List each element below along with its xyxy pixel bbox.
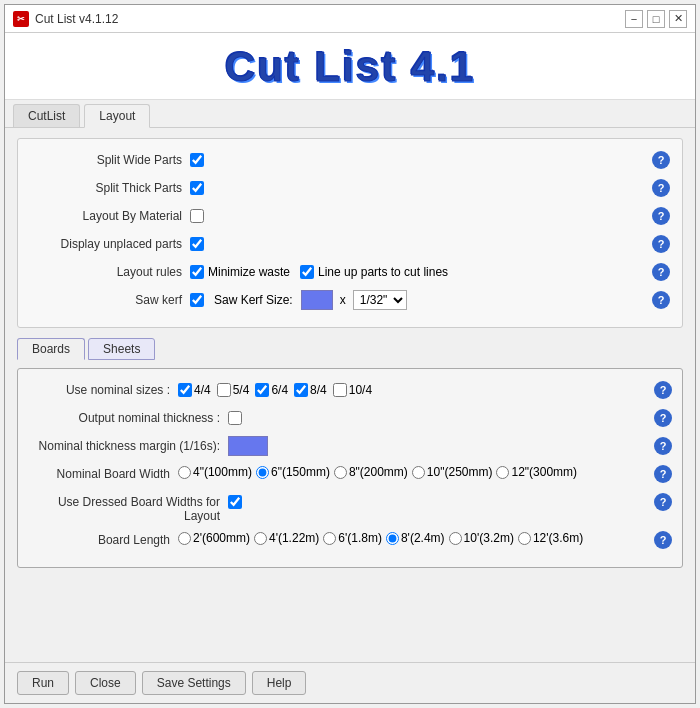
output-nominal-thickness-help[interactable]: ?	[654, 409, 672, 427]
width-4in: 4"(100mm)	[178, 465, 252, 479]
close-button[interactable]: ✕	[669, 10, 687, 28]
length-10ft-radio[interactable]	[449, 532, 462, 545]
size-4-4: 4/4	[178, 383, 211, 397]
length-10ft: 10'(3.2m)	[449, 531, 514, 545]
use-dressed-board-widths-help[interactable]: ?	[654, 493, 672, 511]
tab-cutlist[interactable]: CutList	[13, 104, 80, 127]
width-10in: 10"(250mm)	[412, 465, 493, 479]
minimize-waste-checkbox[interactable]	[190, 265, 204, 279]
length-4ft: 4'(1.22m)	[254, 531, 319, 545]
size-5-4-checkbox[interactable]	[217, 383, 231, 397]
width-6in-radio[interactable]	[256, 466, 269, 479]
width-4in-label: 4"(100mm)	[193, 465, 252, 479]
tab-layout[interactable]: Layout	[84, 104, 150, 128]
length-12ft: 12'(3.6m)	[518, 531, 583, 545]
app-title: Cut List 4.1	[5, 43, 695, 91]
split-thick-parts-checkbox[interactable]	[190, 181, 204, 195]
close-button-footer[interactable]: Close	[75, 671, 136, 695]
saw-kerf-checkbox[interactable]	[190, 293, 204, 307]
layout-rules-label: Layout rules	[30, 265, 190, 279]
layout-by-material-label: Layout By Material	[30, 209, 190, 223]
board-length-options: 2'(600mm) 4'(1.22m) 6'(1.8m) 8'(2.4m)	[178, 531, 583, 545]
layout-settings-section: Split Wide Parts ? Split Thick Parts ? L…	[17, 138, 683, 328]
saw-kerf-label: Saw kerf	[30, 293, 190, 307]
layout-by-material-row: Layout By Material ?	[30, 205, 670, 227]
minimize-button[interactable]: −	[625, 10, 643, 28]
saw-kerf-controls: Saw Kerf Size: 3 x 1/32" 1/16" 3/32" 1/8…	[190, 290, 407, 310]
minimize-waste-label: Minimize waste	[208, 265, 290, 279]
title-bar-left: ✂ Cut List v4.1.12	[13, 11, 118, 27]
width-6in-label: 6"(150mm)	[271, 465, 330, 479]
tab-sheets[interactable]: Sheets	[88, 338, 155, 360]
length-2ft-radio[interactable]	[178, 532, 191, 545]
width-12in: 12"(300mm)	[496, 465, 577, 479]
save-settings-button[interactable]: Save Settings	[142, 671, 246, 695]
nominal-thickness-margin-input[interactable]: 3	[228, 436, 268, 456]
split-wide-parts-label: Split Wide Parts	[30, 153, 190, 167]
content-area: Split Wide Parts ? Split Thick Parts ? L…	[5, 128, 695, 662]
size-8-4-checkbox[interactable]	[294, 383, 308, 397]
size-4-4-checkbox[interactable]	[178, 383, 192, 397]
size-4-4-label: 4/4	[194, 383, 211, 397]
maximize-button[interactable]: □	[647, 10, 665, 28]
display-unplaced-row: Display unplaced parts ?	[30, 233, 670, 255]
saw-kerf-unit-select[interactable]: 1/32" 1/16" 3/32" 1/8"	[353, 290, 407, 310]
main-tab-bar: CutList Layout	[5, 100, 695, 128]
length-8ft-label: 8'(2.4m)	[401, 531, 445, 545]
length-6ft: 6'(1.8m)	[323, 531, 382, 545]
board-length-row: Board Length 2'(600mm) 4'(1.22m) 6'(1.8m…	[28, 529, 672, 551]
app-icon: ✂	[13, 11, 29, 27]
help-button[interactable]: Help	[252, 671, 307, 695]
main-window: ✂ Cut List v4.1.12 − □ ✕ Cut List 4.1 Cu…	[4, 4, 696, 704]
size-10-4-checkbox[interactable]	[333, 383, 347, 397]
nominal-thickness-margin-row: Nominal thickness margin (1/16s): 3 ?	[28, 435, 672, 457]
board-length-help[interactable]: ?	[654, 531, 672, 549]
width-12in-label: 12"(300mm)	[511, 465, 577, 479]
length-4ft-radio[interactable]	[254, 532, 267, 545]
length-8ft: 8'(2.4m)	[386, 531, 445, 545]
saw-kerf-size-input[interactable]: 3	[301, 290, 333, 310]
use-dressed-board-widths-checkbox[interactable]	[228, 495, 242, 509]
size-5-4-label: 5/4	[233, 383, 250, 397]
size-8-4-label: 8/4	[310, 383, 327, 397]
display-unplaced-help[interactable]: ?	[652, 235, 670, 253]
run-button[interactable]: Run	[17, 671, 69, 695]
width-12in-radio[interactable]	[496, 466, 509, 479]
footer: Run Close Save Settings Help	[5, 662, 695, 703]
width-10in-radio[interactable]	[412, 466, 425, 479]
board-length-label: Board Length	[28, 531, 178, 547]
display-unplaced-checkbox[interactable]	[190, 237, 204, 251]
title-bar: ✂ Cut List v4.1.12 − □ ✕	[5, 5, 695, 33]
layout-by-material-checkbox[interactable]	[190, 209, 204, 223]
tab-boards[interactable]: Boards	[17, 338, 85, 360]
saw-kerf-row: Saw kerf Saw Kerf Size: 3 x 1/32" 1/16" …	[30, 289, 670, 311]
width-4in-radio[interactable]	[178, 466, 191, 479]
nominal-sizes-help[interactable]: ?	[654, 381, 672, 399]
width-10in-label: 10"(250mm)	[427, 465, 493, 479]
size-5-4: 5/4	[217, 383, 250, 397]
split-wide-parts-help[interactable]: ?	[652, 151, 670, 169]
nominal-board-width-help[interactable]: ?	[654, 465, 672, 483]
line-up-parts-label: Line up parts to cut lines	[318, 265, 448, 279]
nominal-thickness-margin-help[interactable]: ?	[654, 437, 672, 455]
length-6ft-radio[interactable]	[323, 532, 336, 545]
inner-tab-bar: Boards Sheets	[17, 338, 683, 360]
saw-kerf-help[interactable]: ?	[652, 291, 670, 309]
length-4ft-label: 4'(1.22m)	[269, 531, 319, 545]
split-thick-parts-help[interactable]: ?	[652, 179, 670, 197]
size-6-4-checkbox[interactable]	[255, 383, 269, 397]
layout-by-material-help[interactable]: ?	[652, 207, 670, 225]
width-8in-radio[interactable]	[334, 466, 347, 479]
layout-rules-help[interactable]: ?	[652, 263, 670, 281]
line-up-parts-checkbox[interactable]	[300, 265, 314, 279]
window-title: Cut List v4.1.12	[35, 12, 118, 26]
length-8ft-radio[interactable]	[386, 532, 399, 545]
display-unplaced-label: Display unplaced parts	[30, 237, 190, 251]
output-nominal-thickness-checkbox[interactable]	[228, 411, 242, 425]
length-10ft-label: 10'(3.2m)	[464, 531, 514, 545]
length-2ft: 2'(600mm)	[178, 531, 250, 545]
length-12ft-radio[interactable]	[518, 532, 531, 545]
nominal-board-width-options: 4"(100mm) 6"(150mm) 8"(200mm) 10"(250mm)	[178, 465, 577, 479]
split-wide-parts-checkbox[interactable]	[190, 153, 204, 167]
length-2ft-label: 2'(600mm)	[193, 531, 250, 545]
